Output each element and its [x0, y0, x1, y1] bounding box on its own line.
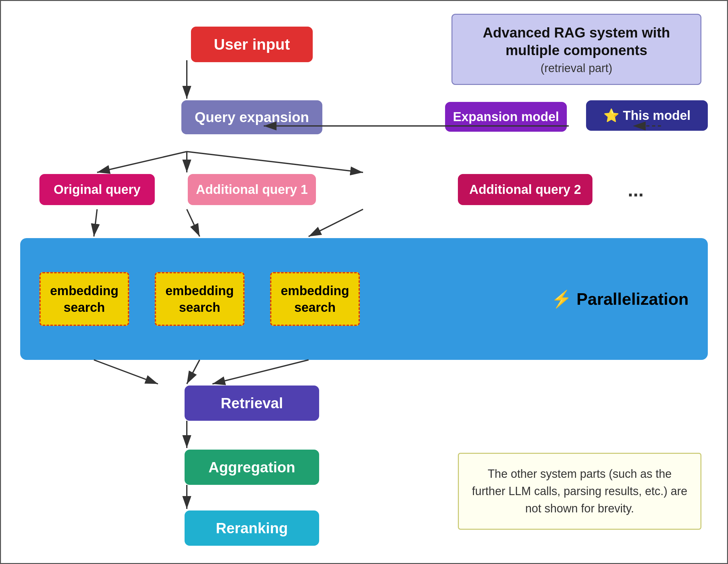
- additional-query2-label: Additional query 2: [469, 182, 581, 196]
- user-input-label: User input: [214, 36, 290, 53]
- svg-line-11: [94, 360, 158, 384]
- emb1-line1: embedding: [46, 282, 123, 299]
- original-query-box: Original query: [39, 174, 155, 205]
- diagram-container: Advanced RAG system with multiple compon…: [0, 0, 728, 564]
- svg-line-7: [187, 152, 363, 172]
- dots: ...: [628, 179, 644, 201]
- user-input-box: User input: [191, 27, 313, 62]
- expansion-model-label: Expansion model: [453, 110, 559, 124]
- title-main: Advanced RAG system with multiple compon…: [462, 24, 691, 59]
- svg-line-10: [309, 209, 363, 236]
- emb2-line2: search: [161, 299, 238, 316]
- reranking-box: Reranking: [185, 510, 319, 546]
- emb3-line1: embedding: [277, 282, 353, 299]
- note-text: The other system parts (such as the furt…: [472, 467, 687, 515]
- svg-line-8: [94, 209, 97, 236]
- this-model-label: ⭐ This model: [603, 108, 691, 122]
- query-expansion-box: Query expansion: [181, 100, 322, 134]
- title-sub: (retrieval part): [462, 62, 691, 75]
- aggregation-label: Aggregation: [209, 459, 295, 476]
- title-box: Advanced RAG system with multiple compon…: [451, 14, 701, 85]
- retrieval-label: Retrieval: [221, 395, 283, 411]
- expansion-model-box: Expansion model: [445, 102, 567, 132]
- svg-line-5: [97, 152, 187, 172]
- this-model-box: ⭐ This model: [586, 100, 708, 131]
- query-expansion-label: Query expansion: [194, 109, 309, 125]
- emb3-line2: search: [277, 299, 353, 316]
- svg-line-9: [187, 209, 200, 236]
- retrieval-box: Retrieval: [185, 386, 319, 421]
- embedding-search-2: embedding search: [155, 272, 244, 326]
- original-query-label: Original query: [54, 182, 140, 196]
- note-box: The other system parts (such as the furt…: [458, 453, 701, 530]
- aggregation-box: Aggregation: [185, 450, 319, 485]
- parallel-container: embedding search embedding search embedd…: [20, 238, 708, 360]
- embedding-search-3: embedding search: [270, 272, 360, 326]
- embedding-search-1: embedding search: [39, 272, 129, 326]
- emb1-line2: search: [46, 299, 123, 316]
- svg-line-13: [212, 360, 309, 384]
- reranking-label: Reranking: [216, 520, 288, 536]
- additional-query1-label: Additional query 1: [196, 182, 308, 196]
- parallelization-text: ⚡ Parallelization: [551, 290, 689, 308]
- emb2-line1: embedding: [161, 282, 238, 299]
- additional-query1-box: Additional query 1: [188, 174, 316, 205]
- svg-line-12: [187, 360, 200, 384]
- parallelization-label: ⚡ Parallelization: [551, 289, 689, 309]
- additional-query2-box: Additional query 2: [458, 174, 592, 205]
